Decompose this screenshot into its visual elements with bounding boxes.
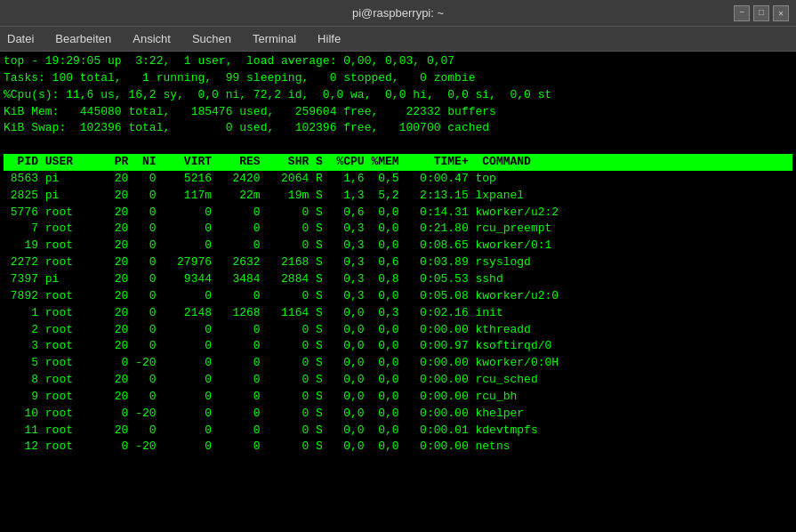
terminal: top - 19:29:05 up 3:22, 1 user, load ave… [0,52,796,532]
table-row: 2825 pi 20 0 117m 22m 19m S 1,3 5,2 2:13… [4,188,792,205]
table-row: 8 root 20 0 0 0 0 S 0,0 0,0 0:00.00 rcu_… [4,372,792,389]
menu-item-datei[interactable]: Datei [4,30,37,47]
menu-bar: DateiBearbeitenAnsichtSuchenTerminalHilf… [0,27,796,52]
terminal-blank-line [4,137,792,154]
table-row: 5776 root 20 0 0 0 0 S 0,6 0,0 0:14.31 k… [4,205,792,222]
table-row: 2 root 20 0 0 0 0 S 0,0 0,0 0:00.00 kthr… [4,322,792,339]
table-row: 12 root 0 -20 0 0 0 S 0,0 0,0 0:00.00 ne… [4,439,792,455]
menu-item-suchen[interactable]: Suchen [189,30,235,47]
table-row: 7 root 20 0 0 0 0 S 0,3 0,0 0:21.80 rcu_… [4,221,792,238]
table-row: 10 root 0 -20 0 0 0 S 0,0 0,0 0:00.00 kh… [4,406,792,423]
menu-item-ansicht[interactable]: Ansicht [129,30,174,47]
minimize-button[interactable]: − [734,5,750,21]
terminal-info-line: KiB Mem: 445080 total, 185476 used, 2596… [4,104,792,121]
table-row: 19 root 20 0 0 0 0 S 0,3 0,0 0:08.65 kwo… [4,238,792,254]
title-bar: pi@raspberrypi: ~ − □ ✕ [0,0,796,27]
terminal-info-line: KiB Swap: 102396 total, 0 used, 102396 f… [4,120,792,137]
menu-item-terminal[interactable]: Terminal [249,30,300,47]
title-bar-text: pi@raspberrypi: ~ [352,6,444,20]
menu-item-bearbeiten[interactable]: Bearbeiten [52,30,115,47]
terminal-info-line: top - 19:29:05 up 3:22, 1 user, load ave… [4,53,792,70]
table-row: 7892 root 20 0 0 0 0 S 0,3 0,0 0:05.08 k… [4,288,792,305]
table-row: 1 root 20 0 2148 1268 1164 S 0,0 0,3 0:0… [4,305,792,322]
terminal-info-line: %Cpu(s): 11,6 us, 16,2 sy, 0,0 ni, 72,2 … [4,87,792,104]
table-row: 8563 pi 20 0 5216 2420 2064 R 1,6 0,5 0:… [4,171,792,188]
menu-item-hilfe[interactable]: Hilfe [314,30,344,47]
terminal-info-line: Tasks: 100 total, 1 running, 99 sleeping… [4,70,792,87]
table-row: 5 root 0 -20 0 0 0 S 0,0 0,0 0:00.00 kwo… [4,355,792,372]
table-row: 11 root 20 0 0 0 0 S 0,0 0,0 0:00.01 kde… [4,423,792,439]
table-row: 2272 root 20 0 27976 2632 2168 S 0,3 0,6… [4,254,792,271]
table-header: PID USER PR NI VIRT RES SHR S %CPU %MEM … [4,154,792,171]
close-button[interactable]: ✕ [773,5,789,21]
table-row: 9 root 20 0 0 0 0 S 0,0 0,0 0:00.00 rcu_… [4,389,792,406]
table-row: 7397 pi 20 0 9344 3484 2884 S 0,3 0,8 0:… [4,271,792,288]
maximize-button[interactable]: □ [753,5,769,21]
table-row: 3 root 20 0 0 0 0 S 0,0 0,0 0:00.97 ksof… [4,338,792,355]
